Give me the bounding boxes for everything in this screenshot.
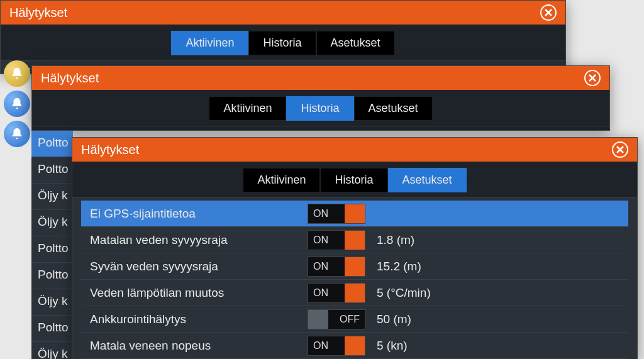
bell-icon-blue[interactable] — [4, 121, 30, 147]
toggle-thumb — [345, 204, 365, 223]
setting-value: 15.2 (m) — [377, 260, 628, 273]
bell-icon — [10, 127, 24, 141]
settings-list: Ei GPS-sijaintitietoaONMatalan veden syv… — [72, 198, 637, 359]
close-icon — [544, 8, 553, 17]
bell-icon-gold[interactable] — [4, 60, 30, 87]
settings-row[interactable]: Ei GPS-sijaintitietoaON — [81, 201, 628, 227]
tab-active[interactable]: Aktiivinen — [209, 96, 286, 121]
tab-history[interactable]: Historia — [286, 96, 353, 121]
bell-icon — [10, 97, 24, 111]
toggle-switch[interactable]: ON — [308, 230, 365, 250]
toggle-state-label: ON — [308, 235, 345, 246]
toggle-switch[interactable]: ON — [308, 283, 365, 303]
list-item[interactable]: Poltto — [31, 316, 73, 342]
toggle-state-label: ON — [308, 287, 345, 299]
list-item[interactable]: Öljy k — [31, 184, 73, 210]
toggle-state-label: ON — [308, 208, 345, 219]
list-item[interactable]: Poltto — [31, 263, 73, 289]
tab-active[interactable]: Aktiivinen — [243, 168, 320, 192]
setting-label: Ankkurointihälytys — [81, 312, 308, 326]
settings-row[interactable]: AnkkurointihälytysOFF50 (m) — [81, 306, 628, 333]
alerts-window-active: Hälytykset Aktiivinen Historia Asetukset… — [0, 0, 566, 74]
list-item[interactable]: Poltto — [31, 131, 73, 157]
setting-label: Veden lämpötilan muutos — [81, 286, 308, 300]
toggle-switch[interactable]: ON — [308, 336, 365, 356]
setting-value: 1.8 (m) — [377, 233, 628, 247]
toggle-state-label: ON — [308, 261, 345, 272]
tab-bar: Aktiivinen Historia Asetukset — [72, 162, 637, 198]
tab-settings[interactable]: Asetukset — [388, 168, 467, 192]
close-button[interactable] — [540, 4, 557, 21]
tab-active[interactable]: Aktiivinen — [171, 31, 248, 55]
toggle-thumb — [345, 257, 365, 276]
window-title: Hälytykset — [41, 71, 99, 86]
close-button[interactable] — [612, 141, 628, 158]
settings-row[interactable]: Syvän veden syvyysrajaON15.2 (m) — [81, 253, 628, 280]
title-bar: Hälytykset — [1, 1, 565, 25]
tab-bar: Aktiivinen Historia Asetukset — [1, 25, 565, 61]
tab-settings[interactable]: Asetukset — [316, 31, 395, 55]
list-item[interactable]: Poltto — [31, 157, 73, 184]
toggle-state-label: OFF — [328, 314, 365, 325]
list-item[interactable]: Öljy k — [31, 289, 73, 316]
list-item[interactable]: Poltto — [31, 236, 73, 263]
settings-row[interactable]: Veden lämpötilan muutosON5 (°C/min) — [81, 280, 628, 306]
tab-settings[interactable]: Asetukset — [354, 96, 433, 121]
alert-bell-sidebar — [4, 60, 30, 147]
settings-row[interactable]: Matala veneen nopeusON5 (kn) — [81, 333, 628, 359]
bell-icon-blue[interactable] — [4, 91, 30, 117]
setting-label: Syvän veden syvyysraja — [81, 260, 308, 273]
setting-value: 5 (kn) — [377, 339, 628, 353]
toggle-thumb — [345, 284, 365, 302]
close-icon — [616, 145, 625, 154]
history-list-peek: Poltto Poltto Öljy k Öljy k Poltto Poltt… — [31, 131, 73, 359]
tab-bar: Aktiivinen Historia Asetukset — [32, 90, 609, 126]
title-bar: Hälytykset — [32, 66, 609, 90]
toggle-switch[interactable]: ON — [308, 257, 365, 277]
alerts-window-history: Hälytykset Aktiivinen Historia Asetukset — [31, 65, 610, 131]
setting-label: Matala veneen nopeus — [81, 339, 308, 353]
spacer — [32, 126, 609, 130]
toggle-thumb — [345, 336, 365, 355]
toggle-state-label: ON — [308, 340, 345, 351]
window-title: Hälytykset — [9, 6, 67, 20]
list-item[interactable]: Öljy k — [31, 342, 73, 359]
list-item[interactable]: Öljy k — [31, 210, 73, 236]
setting-label: Matalan veden syvyysraja — [81, 233, 308, 247]
close-button[interactable] — [584, 70, 601, 86]
setting-value: 50 (m) — [377, 312, 628, 326]
title-bar: Hälytykset — [72, 138, 637, 162]
bell-icon — [10, 67, 24, 80]
alerts-window-settings: Hälytykset Aktiivinen Historia Asetukset… — [72, 137, 638, 359]
setting-label: Ei GPS-sijaintitietoa — [81, 207, 308, 221]
toggle-switch[interactable]: OFF — [308, 309, 365, 329]
window-title: Hälytykset — [81, 143, 139, 157]
toggle-switch[interactable]: ON — [308, 204, 365, 224]
tab-history[interactable]: Historia — [248, 31, 316, 55]
toggle-thumb — [345, 231, 365, 250]
tab-history[interactable]: Historia — [320, 168, 387, 192]
close-icon — [588, 74, 597, 82]
toggle-thumb — [308, 310, 328, 329]
setting-value: 5 (°C/min) — [377, 286, 628, 300]
settings-row[interactable]: Matalan veden syvyysrajaON1.8 (m) — [81, 227, 628, 253]
